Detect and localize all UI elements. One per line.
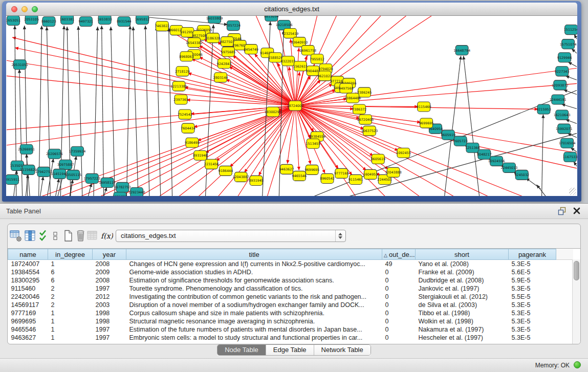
table-row[interactable]: 1938455462009Genome-wide association stu…: [8, 268, 573, 276]
table-cell[interactable]: Structural magnetic resonance image aver…: [126, 317, 382, 325]
graph-node[interactable]: 1653051: [6, 16, 20, 26]
graph-node[interactable]: 17016504: [559, 138, 576, 148]
table-cell[interactable]: 1: [48, 309, 93, 317]
graph-node[interactable]: 12043887: [232, 172, 249, 182]
table-cell[interactable]: Stergiakouli et al. (2012): [416, 293, 509, 301]
table-cell[interactable]: 14569117: [8, 301, 48, 309]
network-canvas[interactable]: 1653051205310586601231603381949732116538…: [6, 16, 577, 196]
graph-node[interactable]: 2397361: [173, 95, 188, 104]
graph-node[interactable]: 1511254: [564, 25, 577, 35]
graph-node[interactable]: 1251366: [465, 143, 480, 152]
graph-node[interactable]: 9497321: [79, 17, 94, 27]
table-cell[interactable]: 1998: [93, 309, 126, 317]
graph-node[interactable]: 9465546: [292, 171, 307, 181]
graph-node[interactable]: 9186444: [219, 166, 233, 176]
table-cell[interactable]: 2012: [93, 293, 126, 301]
resize-grip-icon[interactable]: [569, 188, 576, 195]
window-titlebar[interactable]: citations_edges.txt: [6, 3, 577, 16]
table-cell[interactable]: 0: [382, 276, 416, 285]
table-cell[interactable]: 0: [382, 293, 416, 301]
column-header-in_degree[interactable]: in_degree: [48, 249, 93, 260]
graph-node[interactable]: 8048217: [477, 149, 492, 159]
scrollbar-thumb[interactable]: [574, 261, 579, 280]
graph-node[interactable]: 9242843: [217, 59, 232, 69]
graph-node[interactable]: 1513455: [306, 139, 320, 148]
table-row[interactable]: 1872400712008Changes of HCN gene express…: [8, 260, 573, 269]
table-cell[interactable]: 5.6E-5: [509, 268, 556, 276]
graph-node[interactable]: 5051352: [113, 192, 127, 196]
graph-node[interactable]: 10637523: [361, 126, 378, 136]
tab-node-table[interactable]: Node Table: [217, 345, 266, 355]
graph-node[interactable]: 9186498: [185, 138, 200, 147]
graph-node[interactable]: 18724007: [287, 101, 304, 111]
graph-node[interactable]: 12043888: [385, 167, 402, 177]
graph-node[interactable]: 7386372: [352, 104, 367, 114]
table-row[interactable]: 977716911998Corpus callosum shape and si…: [8, 309, 573, 317]
table-cell[interactable]: Hescheler et al. (1997): [416, 334, 509, 342]
table-cell[interactable]: 1: [48, 317, 93, 325]
graph-node[interactable]: 12923448: [128, 187, 145, 196]
table-cell[interactable]: Estimation of significance thresholds fo…: [126, 276, 382, 285]
table-cell[interactable]: 5.5E-5: [509, 293, 556, 301]
table-cell[interactable]: 5.9E-5: [509, 276, 556, 285]
graph-node[interactable]: 16543382: [186, 38, 203, 48]
table-cell[interactable]: 22420046: [8, 293, 48, 301]
table-cell[interactable]: 19384554: [8, 268, 48, 276]
tab-edge-table[interactable]: Edge Table: [266, 345, 314, 355]
graph-node[interactable]: 1167533: [563, 152, 577, 162]
column-header-out_de[interactable]: △out_de...: [382, 249, 416, 260]
table-cell[interactable]: 1998: [93, 317, 126, 325]
graph-node[interactable]: 9699695: [419, 118, 434, 128]
graph-node[interactable]: 16958117: [99, 178, 116, 187]
graph-node[interactable]: 9777169: [334, 168, 349, 178]
tab-network-table[interactable]: Network Table: [314, 345, 371, 355]
table-row[interactable]: 946554611997Estimation of the future num…: [8, 325, 573, 334]
table-cell[interactable]: 0: [382, 285, 416, 293]
graph-node[interactable]: 13505115: [65, 170, 82, 180]
graph-node[interactable]: 1092455: [396, 148, 411, 158]
graph-node[interactable]: 12325419: [282, 29, 299, 38]
table-cell[interactable]: 2003: [93, 301, 126, 309]
graph-node[interactable]: 8605619: [371, 154, 385, 164]
table-cell[interactable]: 9777169: [8, 309, 48, 317]
table-cell[interactable]: 0: [382, 317, 416, 325]
table-cell[interactable]: Franke et al. (2009): [416, 268, 509, 276]
graph-node[interactable]: 23864486: [344, 93, 361, 103]
graph-node[interactable]: 20206576: [46, 149, 63, 159]
table-cell[interactable]: 9465546: [8, 325, 48, 334]
table-cell[interactable]: Jankovic et al. (1997): [416, 285, 509, 293]
graph-node[interactable]: 9227343: [555, 67, 570, 76]
graph-node[interactable]: 1604953: [363, 169, 378, 179]
table-cell[interactable]: 1997: [93, 334, 126, 342]
table-row[interactable]: 1830029562008Estimation of significance …: [8, 276, 573, 285]
graph-node[interactable]: 9245032: [514, 170, 529, 180]
graph-node[interactable]: 16961758: [299, 46, 316, 55]
graph-node[interactable]: 1603381: [60, 16, 75, 25]
table-cell[interactable]: 9463627: [8, 334, 48, 342]
graph-node[interactable]: 9215953: [536, 104, 551, 114]
graph-node[interactable]: 2718129: [175, 67, 190, 76]
graph-node[interactable]: 22445013: [501, 163, 518, 172]
table-cell[interactable]: 1: [48, 260, 93, 269]
table-cell[interactable]: 5.3E-5: [509, 325, 556, 334]
graph-node[interactable]: 1653833: [97, 16, 112, 25]
table-cell[interactable]: 9115460: [8, 285, 48, 293]
graph-node[interactable]: 7955812: [310, 54, 324, 64]
graph-node[interactable]: 8931945: [249, 176, 264, 185]
table-cell[interactable]: 1: [48, 334, 93, 342]
clear-selection-icon[interactable]: [50, 229, 60, 243]
graph-node[interactable]: 12213385: [170, 81, 187, 91]
graph-node[interactable]: 15751074: [560, 39, 577, 49]
graph-node[interactable]: 12093872: [552, 80, 569, 90]
graph-node[interactable]: 8931544: [117, 17, 132, 27]
import-table-disabled-icon[interactable]: [86, 229, 99, 243]
table-cell[interactable]: Embryonic stem cells: a model to study s…: [126, 334, 382, 342]
graph-node[interactable]: 2231456: [204, 159, 219, 169]
graph-node[interactable]: 2053105: [24, 16, 39, 25]
graph-node[interactable]: 12444191: [550, 95, 567, 104]
graph-node[interactable]: 8605919: [441, 130, 455, 140]
graph-node[interactable]: 8968063: [179, 52, 194, 61]
graph-node[interactable]: 7604434: [181, 123, 195, 133]
graph-node[interactable]: 7605723: [453, 136, 468, 146]
table-cell[interactable]: 1997: [93, 325, 126, 334]
